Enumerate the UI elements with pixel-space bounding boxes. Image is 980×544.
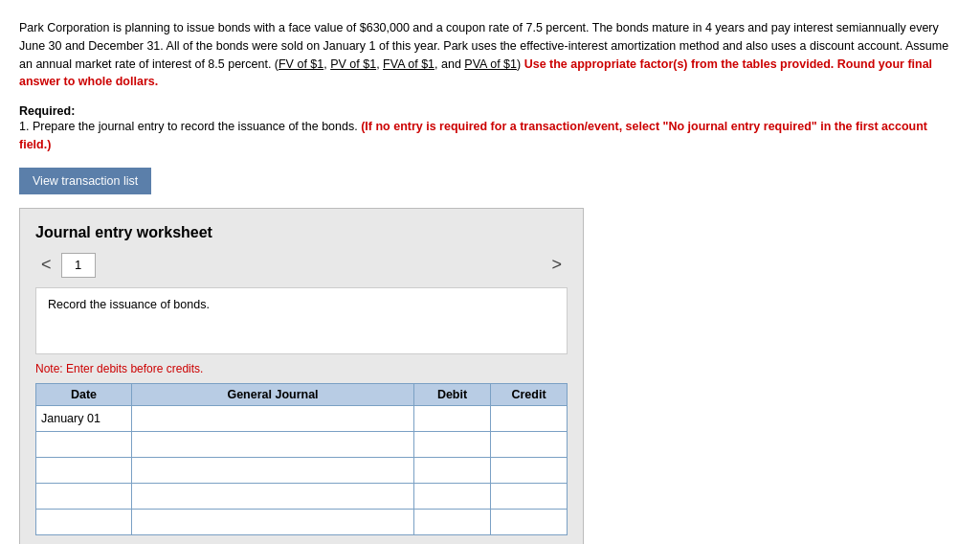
credit-input-3[interactable] <box>496 461 562 480</box>
step1-instruction: 1. Prepare the journal entry to record t… <box>19 118 961 154</box>
journal-cell-4[interactable] <box>132 483 414 509</box>
journal-cell-5[interactable] <box>132 509 414 534</box>
credit-input-1[interactable] <box>496 409 562 428</box>
text2: ) <box>517 57 524 71</box>
journal-input-2[interactable] <box>137 435 409 454</box>
comma3: , and <box>434 57 464 71</box>
page-number-input[interactable] <box>61 253 96 278</box>
nav-left-button[interactable]: < <box>35 255 57 275</box>
view-transaction-button[interactable]: View transaction list <box>19 168 151 194</box>
note-text: Note: Enter debits before credits. <box>35 362 568 375</box>
journal-table: Date General Journal Debit Credit Januar… <box>35 383 568 535</box>
debit-cell-2[interactable] <box>414 431 491 457</box>
credit-cell-3[interactable] <box>491 457 568 483</box>
col-debit: Debit <box>414 383 491 405</box>
debit-input-2[interactable] <box>419 435 485 454</box>
date-cell-3 <box>36 457 132 483</box>
date-cell-2 <box>36 431 132 457</box>
debit-input-4[interactable] <box>419 487 485 506</box>
date-cell-1: January 01 <box>36 405 132 431</box>
credit-input-2[interactable] <box>496 435 562 454</box>
worksheet-title: Journal entry worksheet <box>35 224 568 241</box>
table-row <box>36 483 568 509</box>
table-row: January 01 <box>36 405 568 431</box>
credit-cell-2[interactable] <box>491 431 568 457</box>
description-box: Record the issuance of bonds. <box>35 287 568 354</box>
table-row <box>36 431 568 457</box>
col-date: Date <box>36 383 132 405</box>
fva-link[interactable]: FVA of $1 <box>383 57 434 71</box>
journal-input-1[interactable] <box>137 409 409 428</box>
debit-cell-5[interactable] <box>414 509 491 534</box>
nav-row: < > <box>35 253 568 278</box>
required-section: Required: 1. Prepare the journal entry t… <box>19 104 961 154</box>
debit-input-5[interactable] <box>419 512 485 532</box>
journal-cell-1[interactable] <box>132 405 414 431</box>
fv-link[interactable]: FV of $1 <box>278 57 323 71</box>
journal-cell-3[interactable] <box>132 457 414 483</box>
journal-cell-2[interactable] <box>132 431 414 457</box>
pv-link[interactable]: PV of $1 <box>330 57 376 71</box>
debit-input-1[interactable] <box>419 409 485 428</box>
date-cell-5 <box>36 509 132 534</box>
step1-text: 1. Prepare the journal entry to record t… <box>19 120 361 133</box>
journal-input-5[interactable] <box>137 512 409 532</box>
debit-input-3[interactable] <box>419 461 485 480</box>
worksheet-container: Journal entry worksheet < > Record the i… <box>19 208 584 545</box>
required-label: Required: <box>19 104 961 118</box>
credit-input-4[interactable] <box>496 487 562 506</box>
debit-cell-4[interactable] <box>414 483 491 509</box>
date-cell-4 <box>36 483 132 509</box>
col-general-journal: General Journal <box>132 383 414 405</box>
nav-right-button[interactable]: > <box>546 255 568 275</box>
credit-cell-1[interactable] <box>491 405 568 431</box>
credit-input-5[interactable] <box>496 512 562 532</box>
debit-cell-1[interactable] <box>414 405 491 431</box>
journal-input-4[interactable] <box>137 487 409 506</box>
problem-text: Park Corporation is planning to issue bo… <box>19 19 957 91</box>
pva-link[interactable]: PVA of $1 <box>464 57 517 71</box>
credit-cell-4[interactable] <box>491 483 568 509</box>
table-row <box>36 457 568 483</box>
table-row <box>36 509 568 534</box>
credit-cell-5[interactable] <box>491 509 568 534</box>
description-text: Record the issuance of bonds. <box>48 298 210 311</box>
col-credit: Credit <box>491 383 568 405</box>
journal-input-3[interactable] <box>137 461 409 480</box>
debit-cell-3[interactable] <box>414 457 491 483</box>
